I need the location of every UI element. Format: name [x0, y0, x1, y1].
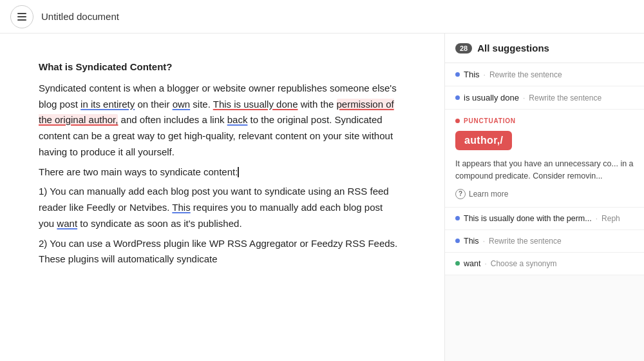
highlight-in-its-entirety: in its entirety [80, 99, 135, 110]
suggestion-dot-2 [455, 95, 460, 100]
editor-content: What is Syndicated Content? Syndicated c… [39, 59, 399, 268]
highlight-own: own [173, 99, 191, 110]
suggestion-item-5[interactable]: want · Choose a synonym [445, 253, 644, 275]
panel-header-title: All suggestions [477, 43, 549, 54]
suggestion-action-4: Rewrite the sentence [489, 237, 562, 246]
suggestion-action-3: Reph [601, 214, 620, 223]
suggestion-item-1[interactable]: This · Rewrite the sentence [445, 63, 644, 86]
text-cursor [238, 167, 239, 177]
punctuation-description: It appears that you have an unnecessary … [455, 158, 634, 182]
highlight-want: want [57, 218, 77, 229]
suggestions-list[interactable]: This · Rewrite the sentence is usually d… [445, 63, 644, 361]
punctuation-card[interactable]: PUNCTUATION author,/ It appears that you… [445, 110, 644, 208]
learn-more-icon: ? [455, 189, 466, 199]
highlight-this-is-usually-done: This is usually done [213, 99, 298, 110]
menu-button[interactable] [10, 5, 33, 28]
suggestion-item-3[interactable]: This is usually done with the perm... · … [445, 208, 644, 230]
learn-more-button[interactable]: ? Learn more [455, 189, 634, 199]
suggestion-text-5: want [464, 259, 480, 268]
suggestion-action-1: Rewrite the sentence [489, 70, 562, 79]
punctuation-dot [455, 119, 460, 123]
punctuation-label: PUNCTUATION [455, 117, 634, 124]
highlight-this-2: This [172, 202, 190, 213]
highlight-back: back [227, 114, 248, 125]
paragraph-4: 2) You can use a WordPress plugin like W… [39, 236, 399, 268]
paragraph-1: Syndicated content is when a blogger or … [39, 81, 399, 161]
editor-heading: What is Syndicated Content? [39, 59, 399, 75]
document-title: Untitled document [41, 11, 119, 22]
suggestion-dot-3 [455, 216, 460, 220]
suggestion-text-1: This [464, 70, 480, 79]
paragraph-3: 1) You can manually add each blog post y… [39, 184, 399, 231]
suggestion-dot-1 [455, 72, 460, 77]
suggestions-badge: 28 [455, 43, 472, 54]
author-badge: author,/ [455, 131, 512, 150]
main-layout: What is Syndicated Content? Syndicated c… [0, 34, 644, 361]
suggestion-dot-4 [455, 239, 460, 243]
suggestion-text-4: This [464, 237, 479, 246]
suggestion-item-4[interactable]: This · Rewrite the sentence [445, 230, 644, 253]
suggestion-text-2: is usually done [464, 93, 519, 102]
right-panel: 28 All suggestions This · Rewrite the se… [444, 34, 644, 361]
topbar: Untitled document [0, 0, 644, 34]
suggestion-action-2: Rewrite the sentence [529, 93, 601, 102]
editor-area[interactable]: What is Syndicated Content? Syndicated c… [0, 34, 444, 361]
suggestion-sep-2: · [523, 93, 525, 102]
paragraph-2: There are two main ways to syndicate con… [39, 164, 399, 180]
suggestion-sep-1: · [484, 70, 486, 79]
panel-header: 28 All suggestions [445, 34, 644, 63]
suggestion-action-5: Choose a synonym [491, 259, 557, 268]
suggestion-dot-5 [455, 261, 460, 266]
menu-icon [17, 13, 26, 21]
suggestion-item-2[interactable]: is usually done · Rewrite the sentence [445, 86, 644, 110]
suggestion-text-3: This is usually done with the perm... [464, 214, 592, 223]
